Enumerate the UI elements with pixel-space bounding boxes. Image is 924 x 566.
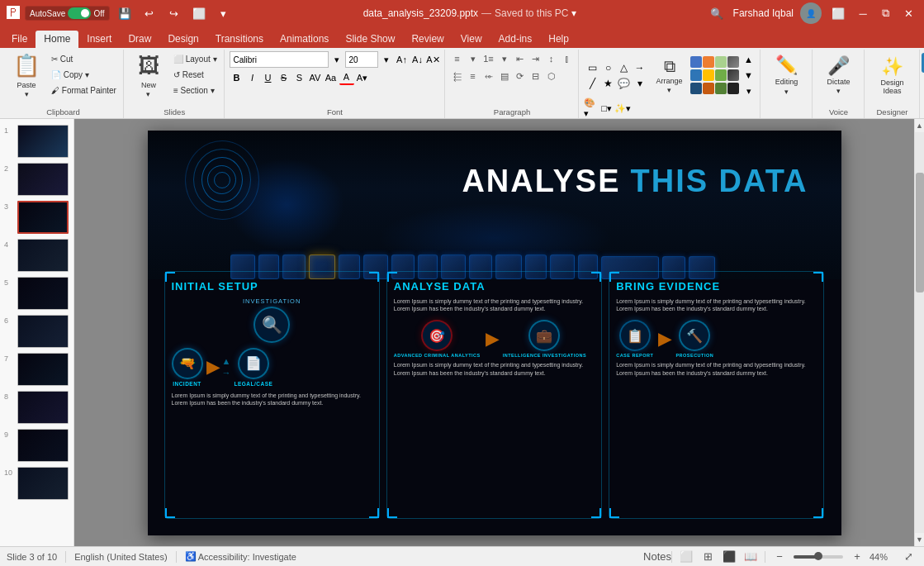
- decrease-indent-button[interactable]: ⇤: [513, 51, 528, 66]
- zoom-out-button[interactable]: −: [770, 548, 789, 566]
- clear-format-button[interactable]: A✕: [426, 52, 441, 67]
- restore-button[interactable]: ⧉: [878, 5, 894, 21]
- copy-button[interactable]: 📄 Copy ▾: [48, 67, 120, 82]
- outline-view-button[interactable]: ⊞: [699, 548, 717, 566]
- styles-up-button[interactable]: ▲: [742, 52, 756, 67]
- tab-addins[interactable]: Add-ins: [490, 31, 541, 48]
- paste-button[interactable]: 📋 Paste ▾: [7, 51, 46, 99]
- slide-thumb-4[interactable]: 4: [3, 238, 70, 273]
- section-button[interactable]: ≡ Section ▾: [170, 83, 220, 98]
- ribbon-display-button[interactable]: ⬜: [828, 3, 848, 23]
- shape-triangle[interactable]: △: [617, 60, 632, 75]
- normal-view-button[interactable]: ⬜: [677, 548, 695, 566]
- slide-thumb-2[interactable]: 2: [3, 162, 70, 197]
- font-name-input[interactable]: Calibri: [230, 51, 329, 68]
- zoom-slider[interactable]: [794, 555, 843, 559]
- style-swatch-11[interactable]: [715, 83, 727, 94]
- highlight-color-button[interactable]: A▾: [355, 70, 370, 85]
- slide-thumb-1[interactable]: 1: [3, 124, 70, 159]
- notes-button[interactable]: Notes: [648, 548, 666, 566]
- save-button[interactable]: 💾: [115, 3, 135, 23]
- scroll-up-button[interactable]: ▲: [915, 119, 925, 132]
- slide-thumb-6[interactable]: 6: [3, 314, 70, 349]
- tab-draw[interactable]: Draw: [120, 31, 159, 48]
- paste-dropdown-icon[interactable]: ▾: [25, 90, 29, 98]
- numbering-dropdown[interactable]: ▾: [497, 51, 512, 66]
- format-painter-button[interactable]: 🖌 Format Painter: [48, 83, 120, 98]
- slide-canvas[interactable]: ANALYSE THIS DATA INITIAL SETUP INVESTIG…: [148, 131, 841, 535]
- cut-button[interactable]: ✂ Cut: [48, 51, 120, 66]
- justify-button[interactable]: ▤: [497, 69, 512, 83]
- decrease-font-button[interactable]: A↓: [410, 52, 425, 67]
- tab-transitions[interactable]: Transitions: [207, 31, 272, 48]
- layout-button[interactable]: ⬜ Layout ▾: [170, 51, 220, 66]
- character-spacing-button[interactable]: AV: [308, 70, 323, 85]
- slide-sorter-button[interactable]: ⬛: [720, 548, 738, 566]
- font-name-dropdown[interactable]: ▾: [329, 52, 344, 67]
- strikethrough-button[interactable]: S: [277, 70, 291, 85]
- slide-thumb-7[interactable]: 7: [3, 352, 70, 387]
- tab-design[interactable]: Design: [159, 31, 206, 48]
- reset-button[interactable]: ↺ Reset: [170, 67, 220, 82]
- arrange-dropdown[interactable]: ▾: [667, 86, 671, 94]
- fit-slide-button[interactable]: ⤢: [899, 548, 917, 566]
- style-swatch-8[interactable]: [727, 69, 739, 81]
- columns-button[interactable]: ⫿: [560, 51, 575, 66]
- tab-animations[interactable]: Animations: [272, 31, 337, 48]
- tab-view[interactable]: View: [453, 31, 490, 48]
- close-button[interactable]: ✕: [901, 5, 917, 21]
- tab-help[interactable]: Help: [540, 31, 577, 48]
- increase-font-button[interactable]: A↑: [395, 52, 410, 67]
- scroll-thumb[interactable]: [916, 173, 924, 293]
- tab-slideshow[interactable]: Slide Show: [337, 31, 403, 48]
- editing-button[interactable]: ✏️ Editing ▾: [765, 51, 808, 99]
- user-avatar[interactable]: 👤: [800, 2, 822, 24]
- shape-outline-button[interactable]: □▾: [599, 101, 614, 116]
- line-spacing-button[interactable]: ↕: [544, 51, 559, 66]
- accessibility-button[interactable]: ♿ Accessibility: Investigate: [185, 551, 296, 562]
- style-swatch-12[interactable]: [727, 83, 739, 94]
- reading-view-button[interactable]: 📖: [742, 548, 760, 566]
- editing-dropdown[interactable]: ▾: [784, 88, 789, 96]
- customize-button[interactable]: ▾: [214, 3, 234, 23]
- slide-thumb-9[interactable]: 9: [3, 428, 70, 463]
- text-color-button[interactable]: A: [339, 70, 354, 85]
- style-swatch-4[interactable]: [727, 56, 739, 68]
- align-right-button[interactable]: ⬰: [481, 69, 496, 83]
- autosave-badge[interactable]: AutoSave Off: [25, 6, 110, 21]
- slide-thumb-3[interactable]: 3: [3, 200, 70, 235]
- share-button[interactable]: ↑ Share: [922, 53, 924, 73]
- zoom-thumb[interactable]: [814, 552, 822, 560]
- presentation-view-button[interactable]: ⬜: [189, 3, 209, 23]
- numbering-button[interactable]: 1≡: [481, 51, 496, 66]
- dictate-dropdown[interactable]: ▾: [836, 87, 841, 95]
- style-swatch-6[interactable]: [703, 69, 714, 81]
- minimize-button[interactable]: ─: [855, 5, 871, 21]
- text-direction-button[interactable]: ⟳: [513, 69, 528, 83]
- style-swatch-5[interactable]: [690, 69, 702, 81]
- search-button[interactable]: 🔍: [707, 3, 727, 23]
- bullets-button[interactable]: ≡: [450, 51, 465, 66]
- smartart-button[interactable]: ⬡: [544, 69, 559, 83]
- align-left-button[interactable]: ⬱: [450, 69, 465, 83]
- design-ideas-button[interactable]: ✨ Design Ideas: [870, 51, 916, 99]
- shape-more[interactable]: ▾: [633, 76, 647, 91]
- slide-thumb-8[interactable]: 8: [3, 390, 70, 425]
- slide-canvas-area[interactable]: ANALYSE THIS DATA INITIAL SETUP INVESTIG…: [74, 119, 914, 546]
- italic-button[interactable]: I: [245, 70, 260, 85]
- text-shadow-button[interactable]: S: [292, 70, 307, 85]
- increase-indent-button[interactable]: ⇥: [528, 51, 543, 66]
- shape-line[interactable]: ╱: [585, 76, 600, 91]
- tab-insert[interactable]: Insert: [78, 31, 120, 48]
- autosave-toggle[interactable]: [68, 7, 91, 19]
- underline-button[interactable]: U: [261, 70, 276, 85]
- shape-callout[interactable]: 💬: [617, 76, 632, 91]
- align-text-button[interactable]: ⊟: [528, 69, 543, 83]
- shape-arrow[interactable]: →: [633, 60, 647, 75]
- dictate-button[interactable]: 🎤 Dictate ▾: [817, 51, 860, 99]
- style-swatch-3[interactable]: [715, 56, 727, 68]
- bold-button[interactable]: B: [230, 70, 244, 85]
- slide-thumb-5[interactable]: 5: [3, 276, 70, 311]
- tab-review[interactable]: Review: [403, 31, 452, 48]
- bullets-dropdown[interactable]: ▾: [466, 51, 481, 66]
